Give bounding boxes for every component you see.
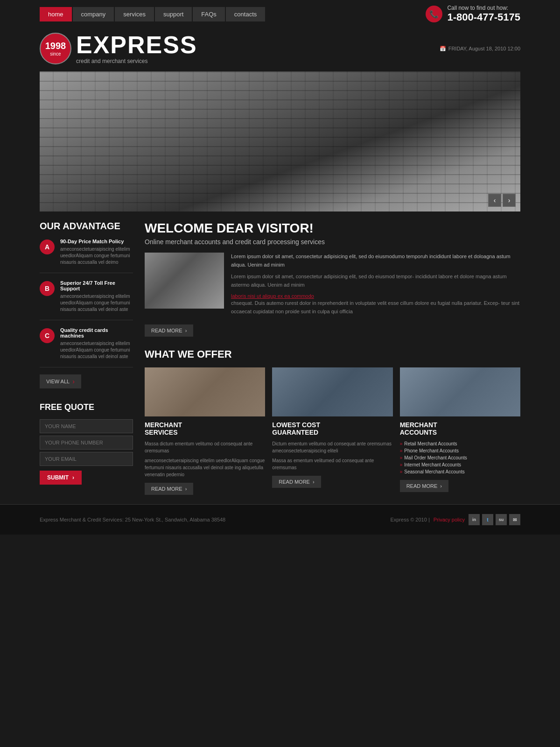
advantage-badge-b: B	[40, 281, 55, 296]
offer-card-text1-lowest: Dictum ementum velitumo od consequat ant…	[272, 440, 392, 454]
offer-links-accounts: Retail Merchant Accounts Phone Merchant …	[400, 440, 520, 475]
nav-contacts[interactable]: contacts	[226, 7, 265, 21]
advantage-heading-a: 90-Day Price Match Policy	[60, 239, 133, 244]
submit-button[interactable]: SUBMIT ›	[40, 471, 82, 485]
logo-bar: 1998 since EXPRESS credit and merchant s…	[0, 28, 560, 71]
offer-section: WHAT WE OFFER MERCHANTSERVICES Massa dic…	[145, 348, 520, 495]
submit-arrow-icon: ›	[72, 474, 74, 481]
accounts-read-more-label: READ MORE	[406, 483, 438, 489]
offer-link-seasonal: Seasonal Merchant Accounts	[400, 468, 520, 475]
welcome-text1: Lorem ipsum dolor sit amet, consectetur …	[231, 273, 520, 289]
offer-card-merchant: MERCHANTSERVICES Massa dictum ementum ve…	[145, 367, 265, 495]
logo-wrap: 1998 since EXPRESS credit and merchant s…	[40, 33, 197, 64]
lowest-read-more-label: READ MORE	[279, 479, 310, 485]
email-social-button[interactable]: ✉	[509, 514, 520, 525]
offer-link-phone: Phone Merchant Accounts	[400, 447, 520, 454]
nav-home[interactable]: home	[40, 7, 72, 21]
linkedin-button[interactable]: in	[469, 514, 480, 525]
main-content: OUR ADVANTAGE A 90-Day Price Match Polic…	[40, 221, 520, 495]
merchant-arrow-icon: ›	[185, 486, 187, 492]
advantage-text-c: ameconsectetueraipiscing elitelim ueedlo…	[60, 340, 133, 360]
welcome-link[interactable]: laboris nisi ut aliqup ex ea commodo	[231, 293, 314, 299]
welcome-text-area: Lorem ipsum dolor sit amet, consectetur …	[231, 253, 520, 320]
internet-link[interactable]: Internet Merchant Accounts	[404, 462, 461, 467]
privacy-link[interactable]: Privacy policy	[434, 517, 465, 522]
welcome-content: Lorem ipsum dolor sit amet, consectetur …	[145, 253, 520, 320]
lowest-arrow-icon: ›	[313, 479, 315, 485]
phone-number: 1-800-477-5175	[447, 11, 520, 23]
nav-support[interactable]: support	[155, 7, 192, 21]
logo-badge: 1998 since	[40, 33, 71, 64]
hero-prev-button[interactable]: ‹	[488, 194, 501, 207]
welcome-text2: chsequat. Duis autemo rurest dolor in re…	[231, 299, 520, 316]
advantage-item-c: C Quality credit cards machines ameconse…	[40, 327, 133, 367]
merchant-read-more-button[interactable]: READ MORE ›	[145, 483, 193, 495]
nav-services[interactable]: services	[115, 7, 154, 21]
twitter-button[interactable]: t	[482, 514, 493, 525]
offer-card-text2-merchant: ameconsectetueraipiscing elitelim ueedlo…	[145, 457, 265, 478]
mail-order-link[interactable]: Mail Order Merchant Accounts	[404, 455, 467, 460]
offer-title: WHAT WE OFFER	[145, 348, 520, 360]
offer-grid: MERCHANTSERVICES Massa dictum ementum ve…	[145, 367, 520, 495]
advantage-item-a: A 90-Day Price Match Policy ameconsectet…	[40, 239, 133, 273]
lowest-read-more-button[interactable]: READ MORE ›	[272, 476, 321, 488]
footer-address: Express Merchant & Credit Services: 25 N…	[40, 517, 225, 522]
offer-link-mail: Mail Order Merchant Accounts	[400, 454, 520, 461]
phone-merchant-link[interactable]: Phone Merchant Accounts	[404, 448, 459, 453]
seasonal-link[interactable]: Seasonal Merchant Accounts	[404, 469, 465, 474]
nav-company[interactable]: company	[73, 7, 114, 21]
left-column: OUR ADVANTAGE A 90-Day Price Match Polic…	[40, 221, 133, 495]
advantage-heading-b: Superior 24/7 Toll Free Support	[60, 280, 133, 291]
welcome-read-more-label: READ MORE	[151, 328, 182, 333]
offer-card-text1-merchant: Massa dictum ementum velitumo od consequ…	[145, 440, 265, 454]
advantage-content-b: Superior 24/7 Toll Free Support ameconse…	[60, 280, 133, 313]
logo-since: since	[50, 51, 61, 56]
call-text: Call now to find out how:	[447, 5, 520, 11]
footer-copyright: Express © 2010 |	[390, 517, 429, 522]
nav-faqs[interactable]: FAQs	[193, 7, 225, 21]
offer-card-title-merchant: MERCHANTSERVICES	[145, 421, 265, 437]
view-all-button[interactable]: VIEW ALL ›	[40, 374, 81, 388]
advantage-badge-c: C	[40, 328, 55, 343]
calendar-icon: 📅	[440, 46, 446, 52]
phone-icon: 📞	[426, 6, 442, 22]
name-input[interactable]	[40, 419, 133, 433]
stumbleupon-button[interactable]: su	[496, 514, 507, 525]
welcome-read-more-arrow-icon: ›	[185, 328, 187, 333]
phone-area: 📞 Call now to find out how: 1-800-477-51…	[426, 5, 520, 23]
logo-sub: credit and merchant services	[76, 58, 197, 64]
advantage-text-b: ameconsectetueraipiscing elitelim ueedlo…	[60, 293, 133, 313]
logo-year: 1998	[45, 41, 66, 51]
welcome-bold-text: Lorem ipsum dolor sit amet, consectetur …	[231, 253, 520, 269]
retail-link[interactable]: Retail Merchant Accounts	[404, 441, 457, 446]
phone-info: Call now to find out how: 1-800-477-5175	[447, 5, 520, 23]
free-quote-section: FREE QUOTE SUBMIT ›	[40, 402, 133, 485]
header: home company services support FAQs conta…	[0, 0, 560, 28]
submit-label: SUBMIT	[47, 474, 69, 481]
merchant-read-more-label: READ MORE	[151, 486, 182, 492]
nav: home company services support FAQs conta…	[40, 7, 265, 21]
welcome-title: WELCOME DEAR VISITOR!	[145, 221, 520, 236]
offer-card-lowest: LOWEST COSTGUARANTEED Dictum ementum vel…	[272, 367, 392, 495]
welcome-image	[145, 253, 224, 309]
footer: Express Merchant & Credit Services: 25 N…	[0, 504, 560, 535]
offer-card-accounts: MERCHANTACCOUNTS Retail Merchant Account…	[400, 367, 520, 495]
social-icons: in t su ✉	[469, 514, 520, 525]
advantage-item-b: B Superior 24/7 Toll Free Support amecon…	[40, 280, 133, 320]
advantage-content-c: Quality credit cards machines ameconsect…	[60, 327, 133, 360]
phone-input[interactable]	[40, 436, 133, 450]
offer-link-retail: Retail Merchant Accounts	[400, 440, 520, 447]
welcome-read-more-button[interactable]: READ MORE ›	[145, 324, 193, 337]
hero-image	[40, 71, 520, 211]
offer-link-internet: Internet Merchant Accounts	[400, 461, 520, 468]
hero-next-button[interactable]: ›	[503, 194, 516, 207]
logo-text: EXPRESS credit and merchant services	[76, 33, 197, 64]
footer-bottom: Express Merchant & Credit Services: 25 N…	[40, 514, 520, 525]
accounts-read-more-button[interactable]: READ MORE ›	[400, 480, 448, 492]
offer-image-merchant	[145, 367, 265, 416]
footer-right: Express © 2010 | Privacy policy in t su …	[390, 514, 520, 525]
free-quote-title: FREE QUOTE	[40, 402, 133, 412]
offer-image-lowest	[272, 367, 392, 416]
email-input[interactable]	[40, 452, 133, 466]
accounts-arrow-icon: ›	[440, 483, 442, 489]
